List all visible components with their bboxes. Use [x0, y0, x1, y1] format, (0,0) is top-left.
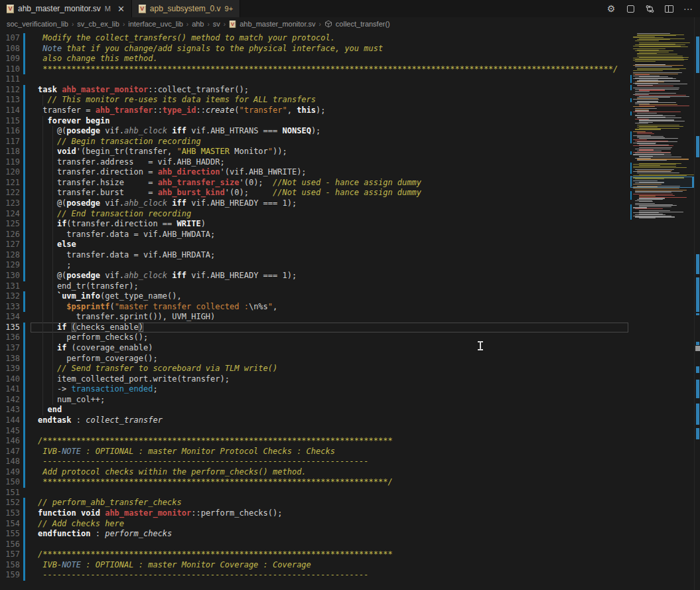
- breadcrumb-item[interactable]: soc_verification_lib: [7, 20, 68, 28]
- code-line-142[interactable]: 142 num_col++;: [0, 395, 629, 406]
- compare-changes-icon[interactable]: [644, 3, 655, 14]
- code-line-146[interactable]: 146/************************************…: [0, 436, 629, 447]
- code-line-152[interactable]: 152// perform_ahb_transfer_checks: [0, 498, 629, 508]
- code-line-133[interactable]: 133 $psprintf("master transfer collected…: [0, 302, 629, 313]
- code-line-147[interactable]: 147 IVB-NOTE : OPTIONAL : master Monitor…: [0, 447, 629, 457]
- code-line-136[interactable]: 136 perform_checks();: [0, 332, 629, 343]
- code-line-118[interactable]: 118 void'(begin_tr(transfer, "AHB MASTER…: [0, 147, 629, 157]
- code-line-113[interactable]: 113 // This monitor re-uses its data ite…: [0, 95, 629, 106]
- git-change-gutter-bar: [23, 395, 25, 406]
- code-line-109[interactable]: 109 also change this method.: [0, 54, 629, 64]
- code-line-158[interactable]: 158 IVB-NOTE : OPTIONAL : master Monitor…: [0, 560, 629, 571]
- git-change-gutter-bar: [23, 209, 25, 220]
- minimap-viewport-slider[interactable]: [630, 177, 694, 188]
- line-number: 118: [0, 147, 20, 157]
- code-text: ----------------------------------------…: [38, 570, 369, 581]
- breadcrumb-item[interactable]: sv_cb_ex_lib: [77, 20, 119, 28]
- code-text: if (coverage_enable): [38, 343, 153, 354]
- close-icon[interactable]: ✕: [117, 4, 125, 14]
- code-line-159[interactable]: 159 ------------------------------------…: [0, 570, 629, 581]
- code-line-150[interactable]: 150 ************************************…: [0, 477, 629, 488]
- breadcrumb-item[interactable]: interface_uvc_lib: [128, 20, 183, 28]
- code-editor[interactable]: 107 Modify the collect_transfers() metho…: [0, 31, 629, 590]
- breadcrumb-item[interactable]: ahb: [192, 20, 204, 28]
- code-line-121[interactable]: 121 transfer.hsize = ahb_transfer_size'(…: [0, 178, 629, 188]
- code-line-122[interactable]: 122 transfer.burst = ahb_burst_kind'(0);…: [0, 188, 629, 198]
- code-line-143[interactable]: 143 end: [0, 405, 629, 415]
- code-line-155[interactable]: 155endfunction : perform_checks: [0, 529, 629, 540]
- code-line-119[interactable]: 119 transfer.address = vif.AHB_HADDR;: [0, 157, 629, 168]
- code-line-145[interactable]: 145: [0, 426, 629, 437]
- code-text: ****************************************…: [38, 64, 618, 75]
- code-line-124[interactable]: 124 // End transaction recording: [0, 209, 629, 220]
- code-text: // End transaction recording: [38, 209, 191, 220]
- line-number: 155: [0, 529, 20, 540]
- breadcrumb-symbol[interactable]: collect_transfer(): [336, 20, 390, 28]
- settings-gear-icon[interactable]: ⚙: [606, 3, 616, 14]
- code-line-138[interactable]: 138 perform_coverage();: [0, 354, 629, 364]
- code-line-125[interactable]: 125 if(transfer.direction == WRITE): [0, 219, 629, 230]
- code-line-144[interactable]: 144endtask : collect_transfer: [0, 415, 629, 426]
- code-line-139[interactable]: 139 // Send transfer to scoreboard via T…: [0, 364, 629, 374]
- code-line-110[interactable]: 110 ************************************…: [0, 64, 629, 75]
- overview-ruler-scrollbar[interactable]: [694, 17, 700, 590]
- code-line-154[interactable]: 154// Add checks here: [0, 519, 629, 530]
- git-change-gutter-bar: [23, 405, 25, 415]
- line-number: 138: [0, 354, 20, 364]
- code-text: transfer.data = vif.AHB_HRDATA;: [38, 250, 215, 261]
- line-number: 135: [0, 323, 20, 333]
- git-change-gutter-bar: [23, 354, 25, 364]
- code-line-111[interactable]: 111: [0, 74, 629, 85]
- code-line-141[interactable]: 141 -> transaction_ended;: [0, 384, 629, 395]
- code-text: Add protocol checks within the perform_c…: [38, 467, 307, 478]
- line-number: 150: [0, 477, 20, 488]
- code-line-126[interactable]: 126 transfer.data = vif.AHB_HWDATA;: [0, 230, 629, 240]
- code-line-128[interactable]: 128 transfer.data = vif.AHB_HRDATA;: [0, 250, 629, 261]
- code-line-129[interactable]: 129 ;: [0, 260, 629, 271]
- line-number: 159: [0, 570, 20, 581]
- more-actions-icon[interactable]: ···: [683, 3, 693, 14]
- code-line-151[interactable]: 151: [0, 488, 629, 498]
- layout-icon[interactable]: [625, 3, 636, 14]
- code-line-114[interactable]: 114 transfer = ahb_transfer::type_id::cr…: [0, 106, 629, 116]
- modified-region-mark: [696, 254, 699, 274]
- code-line-134[interactable]: 134 transfer.sprint()), UVM_HIGH): [0, 312, 629, 323]
- code-line-148[interactable]: 148 ------------------------------------…: [0, 457, 629, 467]
- code-line-115[interactable]: 115 forever begin: [0, 116, 629, 127]
- code-line-130[interactable]: 130 @(posedge vif.ahb_clock iff vif.AHB_…: [0, 271, 629, 281]
- code-line-120[interactable]: 120 transfer.direction = ahb_direction'(…: [0, 167, 629, 178]
- breadcrumb-file[interactable]: ahb_master_monitor.sv: [240, 20, 315, 28]
- code-line-117[interactable]: 117 // Begin transaction recording: [0, 137, 629, 147]
- git-change-gutter-bar: [23, 240, 25, 250]
- git-change-gutter-bar: [23, 260, 25, 271]
- code-line-132[interactable]: 132 `uvm_info(get_type_name(),: [0, 291, 629, 302]
- line-number: 146: [0, 436, 20, 447]
- split-editor-icon[interactable]: [664, 3, 674, 14]
- git-change-gutter-bar: [23, 477, 25, 488]
- tab-apb-subsystem[interactable]: V apb_subsystem_0.v 9+: [132, 0, 240, 17]
- code-line-156[interactable]: 156: [0, 540, 629, 550]
- line-number: 134: [0, 312, 20, 323]
- code-line-123[interactable]: 123 @(posedge vif.ahb_clock iff vif.AHB_…: [0, 198, 629, 209]
- code-line-157[interactable]: 157/************************************…: [0, 550, 629, 560]
- code-line-107[interactable]: 107 Modify the collect_transfers() metho…: [0, 33, 629, 44]
- minimap[interactable]: [630, 33, 694, 232]
- code-line-116[interactable]: 116 @(posedge vif.ahb_clock iff vif.AHB_…: [0, 126, 629, 137]
- chevron-right-icon: ›: [319, 21, 321, 28]
- git-change-gutter-bar: [23, 271, 25, 281]
- code-text: ****************************************…: [38, 477, 393, 488]
- code-line-135[interactable]: 135 if (checks_enable): [0, 323, 629, 333]
- line-number: 137: [0, 343, 20, 354]
- code-line-149[interactable]: 149 Add protocol checks within the perfo…: [0, 467, 629, 478]
- git-change-gutter-bar: [23, 519, 25, 530]
- code-line-131[interactable]: 131 end_tr(transfer);: [0, 281, 629, 292]
- breadcrumb-item[interactable]: sv: [213, 20, 220, 28]
- code-line-137[interactable]: 137 if (coverage_enable): [0, 343, 629, 354]
- code-line-153[interactable]: 153function void ahb_master_monitor::per…: [0, 508, 629, 519]
- tab-ahb-master-monitor[interactable]: V ahb_master_monitor.sv M ✕: [0, 0, 132, 17]
- code-line-108[interactable]: 108 Note that if you change/add signals …: [0, 44, 629, 54]
- code-line-112[interactable]: 112task ahb_master_monitor::collect_tran…: [0, 85, 629, 96]
- code-line-140[interactable]: 140 item_collected_port.write(transfer);: [0, 374, 629, 385]
- line-number: 114: [0, 106, 20, 116]
- code-line-127[interactable]: 127 else: [0, 240, 629, 250]
